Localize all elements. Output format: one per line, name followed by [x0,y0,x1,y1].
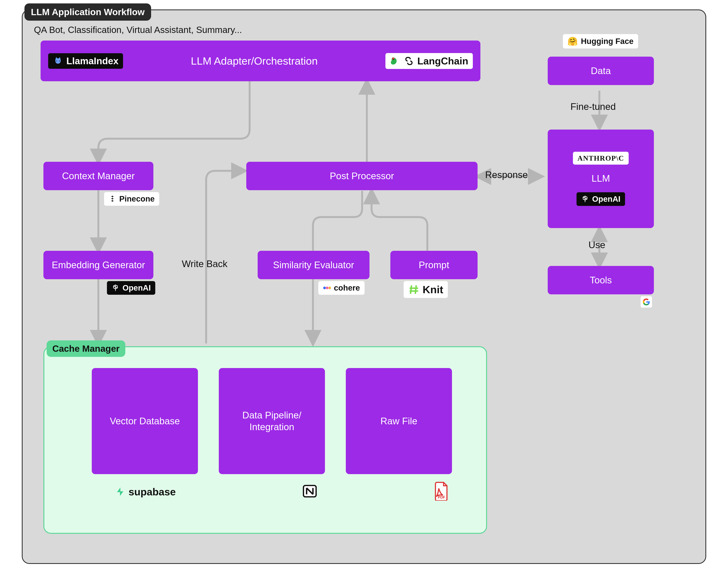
llm-label: LLM [586,171,615,186]
data-pipeline-node: Data Pipeline/ Integration [219,368,325,474]
response-label: Response [485,169,528,180]
cohere-label: cohere [334,283,360,293]
anthropic-logo: ANTHROP\C [573,152,629,165]
svg-point-2 [393,59,394,60]
post-processor-label: Post Processor [324,169,399,183]
orchestration-node: LlamaIndex LLM Adapter/Orchestration Lan… [41,40,480,81]
llm-node: ANTHROP\C LLM OpenAI [548,130,654,228]
data-node: Data [548,57,654,85]
write-back-label: Write Back [182,258,228,269]
workflow-panel: LLM Application Workflow QA Bot, Classif… [22,9,706,564]
svg-point-3 [323,286,326,289]
openai-label: OpenAI [592,195,620,204]
supabase-logo: supabase [111,484,180,500]
supabase-icon [115,487,126,497]
tools-label: Tools [584,273,617,287]
similarity-evaluator-node: Similarity Evaluator [258,251,369,279]
notion-icon [302,484,317,499]
hash-icon [408,284,420,295]
anthropic-label: ANTHROP\C [577,154,624,162]
openai-icon [111,284,120,292]
post-processor-node: Post Processor [246,162,477,190]
chain-icon [404,56,414,66]
openai-label: OpenAI [123,283,151,293]
pinecone-icon [109,195,116,203]
huggingface-label: Hugging Face [581,37,633,46]
llama-icon [53,56,63,66]
huggingface-icon: 🤗 [567,36,578,46]
pdf-icon: PDF [433,482,450,501]
orchestration-label: LLM Adapter/Orchestration [186,53,323,69]
data-pipeline-label: Data Pipeline/ Integration [242,409,301,433]
prompt-node: Prompt [390,251,477,279]
vector-database-label: Vector Database [110,415,180,427]
context-manager-label: Context Manager [57,169,140,183]
svg-point-5 [329,286,331,289]
raw-file-label: Raw File [381,415,417,427]
fine-tuned-label: Fine-tuned [570,101,616,112]
prompt-label: Prompt [413,258,454,272]
cohere-icon [323,285,331,291]
cache-manager-panel: Cache Manager Vector Database Data Pipel… [44,346,487,534]
cohere-logo: cohere [318,281,365,295]
cache-title: Cache Manager [47,340,125,357]
svg-point-0 [56,60,57,61]
openai-logo-embedding: OpenAI [107,281,155,295]
raw-file-node: Raw File [346,368,452,474]
langchain-label: LangChain [417,55,468,67]
pinecone-label: Pinecone [119,194,155,203]
knit-logo: Knit [404,281,448,298]
vector-database-node: Vector Database [92,368,198,474]
google-logo [641,296,652,308]
svg-text:PDF: PDF [438,495,445,499]
svg-point-4 [326,286,329,289]
svg-point-1 [59,60,60,61]
llamaindex-logo: LlamaIndex [48,53,123,69]
huggingface-logo: 🤗 Hugging Face [563,34,638,49]
similarity-evaluator-label: Similarity Evaluator [268,258,360,272]
use-label: Use [589,240,605,250]
context-manager-node: Context Manager [44,162,153,190]
embedding-generator-node: Embedding Generator [44,251,153,279]
tools-node: Tools [548,266,654,294]
google-icon [643,298,650,306]
llamaindex-label: LlamaIndex [67,55,119,66]
pinecone-logo: Pinecone [104,192,159,206]
parrot-icon [390,56,400,66]
langchain-logo: LangChain [385,53,473,69]
supabase-label: supabase [129,486,176,498]
notion-logo [302,484,317,499]
embedding-generator-label: Embedding Generator [47,258,150,272]
openai-icon [581,195,589,203]
data-label: Data [586,63,616,78]
pdf-logo: PDF [433,482,450,501]
knit-label: Knit [422,283,443,296]
openai-logo-llm: OpenAI [576,192,625,206]
